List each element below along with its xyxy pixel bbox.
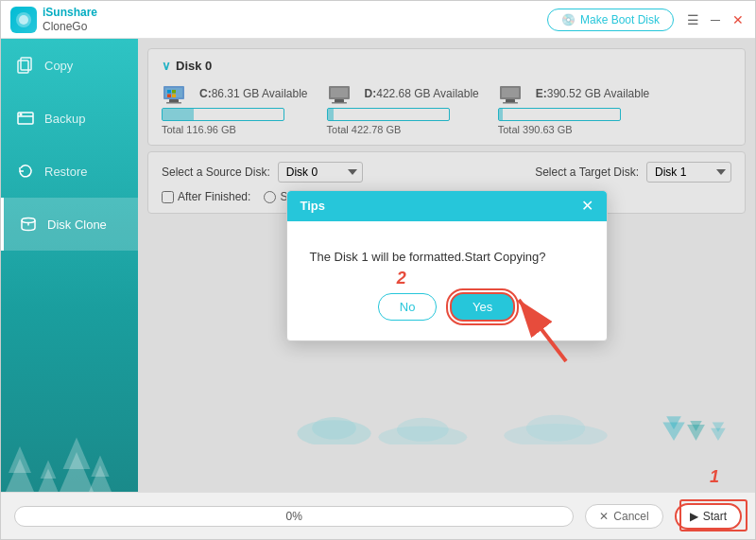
sidebar-bottom [1, 416, 138, 492]
restore-icon [16, 162, 35, 181]
sidebar-item-disk-clone[interactable]: Disk Clone [1, 198, 138, 251]
app-window: iSunshare CloneGo 💿 Make Boot Disk ☰ ─ ✕ [0, 0, 756, 540]
logo-text: iSunshare CloneGo [43, 6, 97, 33]
menu-button[interactable]: ☰ [685, 12, 700, 27]
svg-rect-3 [21, 58, 31, 70]
sidebar-item-copy[interactable]: Copy [1, 39, 138, 92]
dialog-yes-button[interactable]: Yes [450, 292, 515, 322]
dialog-footer: 2 No Yes [287, 283, 607, 340]
disk-clone-icon [19, 215, 38, 234]
progress-label: 0% [15, 510, 573, 523]
footer-bar: 0% ✕ Cancel ▶ Start [1, 492, 755, 539]
sidebar-item-restore[interactable]: Restore [1, 145, 138, 198]
backup-icon [16, 109, 35, 128]
dialog-no-button[interactable]: No [378, 293, 438, 321]
make-boot-label: Make Boot Disk [580, 13, 660, 26]
main-layout: Copy Backup [1, 39, 755, 492]
dialog-title: Tips [301, 199, 326, 213]
app-name: iSunshare [43, 6, 97, 19]
start-label: Start [703, 510, 727, 523]
sidebar-restore-label: Restore [44, 165, 88, 179]
content-area: ∨ Disk 0 [138, 39, 755, 492]
svg-point-6 [20, 113, 22, 115]
dialog-overlay: Tips ✕ The Disk 1 will be formatted.Star… [138, 39, 755, 492]
annotation-2: 2 [397, 269, 406, 288]
dialog-body: The Disk 1 will be formatted.Start Copyi… [287, 221, 607, 283]
sidebar-trees [1, 416, 138, 492]
minimize-button[interactable]: ─ [708, 12, 723, 27]
dialog-message: The Disk 1 will be formatted.Start Copyi… [310, 250, 584, 264]
progress-bar: 0% [14, 506, 574, 527]
cancel-button[interactable]: ✕ Cancel [585, 504, 662, 529]
play-icon: ▶ [690, 510, 698, 523]
start-button[interactable]: ▶ Start [675, 503, 742, 530]
window-controls: ☰ ─ ✕ [685, 12, 746, 27]
sidebar-copy-label: Copy [44, 59, 73, 73]
copy-icon [16, 56, 35, 75]
close-button[interactable]: ✕ [730, 12, 746, 27]
dialog-close-button[interactable]: ✕ [581, 199, 593, 214]
sidebar-backup-label: Backup [44, 112, 85, 126]
sidebar-item-backup[interactable]: Backup [1, 92, 138, 145]
svg-point-1 [19, 15, 28, 25]
tips-dialog: Tips ✕ The Disk 1 will be formatted.Star… [286, 190, 608, 341]
cancel-icon: ✕ [599, 510, 609, 523]
sidebar-disk-clone-label: Disk Clone [47, 218, 107, 232]
make-boot-button[interactable]: 💿 Make Boot Disk [547, 9, 674, 31]
logo-icon [10, 7, 37, 33]
yes-button-container: 2 No Yes [378, 292, 515, 322]
sidebar: Copy Backup [1, 39, 138, 492]
cancel-label: Cancel [613, 510, 648, 523]
app-logo: iSunshare CloneGo [10, 6, 97, 33]
cd-icon: 💿 [561, 13, 576, 26]
svg-rect-2 [18, 61, 28, 73]
dialog-header: Tips ✕ [287, 191, 607, 221]
app-sub: CloneGo [43, 20, 97, 33]
svg-point-7 [22, 218, 35, 223]
title-bar: iSunshare CloneGo 💿 Make Boot Disk ☰ ─ ✕ [1, 1, 755, 39]
